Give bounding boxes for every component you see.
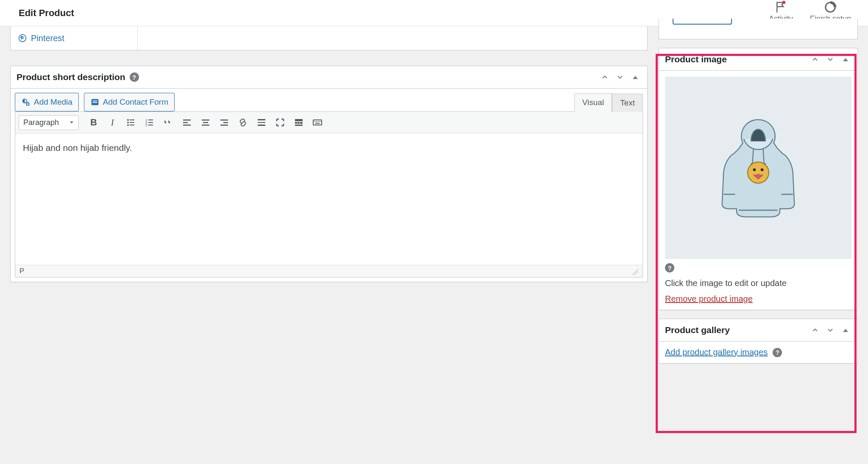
tinymce-toolbar: Paragraph B I 123 bbox=[15, 112, 643, 133]
chevron-down-icon bbox=[69, 120, 74, 125]
camera-icon bbox=[21, 97, 31, 107]
product-image-header[interactable]: Product image bbox=[659, 48, 857, 71]
main-content: Pinterest Product short description ? bbox=[0, 26, 868, 464]
svg-point-9 bbox=[127, 122, 129, 123]
svg-rect-22 bbox=[202, 119, 209, 121]
svg-rect-33 bbox=[298, 122, 300, 124]
move-up-button[interactable] bbox=[809, 53, 821, 65]
link-button[interactable] bbox=[235, 114, 251, 131]
svg-point-45 bbox=[753, 168, 756, 171]
svg-rect-8 bbox=[130, 119, 134, 120]
align-left-button[interactable] bbox=[179, 114, 195, 131]
svg-text:3: 3 bbox=[145, 123, 147, 127]
editor-text: Hijab and non hijab friendly. bbox=[23, 143, 132, 153]
svg-rect-38 bbox=[316, 121, 317, 122]
editor-breadcrumb: P bbox=[19, 267, 24, 275]
move-down-button[interactable] bbox=[824, 324, 836, 336]
progress-circle-icon bbox=[824, 1, 837, 14]
help-icon[interactable]: ? bbox=[665, 263, 674, 272]
svg-rect-35 bbox=[295, 125, 303, 126]
svg-rect-19 bbox=[183, 119, 191, 121]
product-image-caption: Click the image to edit or update bbox=[665, 278, 851, 288]
svg-rect-18 bbox=[148, 125, 153, 125]
tab-pinterest[interactable]: Pinterest bbox=[11, 26, 138, 50]
svg-rect-10 bbox=[130, 122, 134, 123]
help-icon[interactable]: ? bbox=[130, 72, 139, 82]
svg-rect-23 bbox=[203, 122, 208, 123]
product-gallery-title: Product gallery bbox=[665, 325, 730, 335]
readmore-button[interactable] bbox=[253, 114, 270, 131]
svg-rect-24 bbox=[202, 125, 209, 126]
svg-rect-27 bbox=[220, 125, 228, 126]
toggle-button[interactable] bbox=[840, 53, 851, 65]
partial-button-remnant[interactable] bbox=[673, 19, 732, 25]
add-contact-form-label: Add Contact Form bbox=[103, 97, 168, 107]
align-right-button[interactable] bbox=[216, 114, 232, 131]
product-image-thumbnail[interactable] bbox=[665, 77, 851, 259]
page-title: Edit Product bbox=[19, 8, 74, 19]
move-down-button[interactable] bbox=[824, 53, 836, 65]
hoodie-illustration bbox=[709, 115, 807, 221]
move-down-button[interactable] bbox=[614, 71, 626, 83]
add-media-button[interactable]: Add Media bbox=[15, 93, 79, 111]
keyboard-button[interactable] bbox=[309, 114, 326, 131]
editor-content-area[interactable]: Hijab and non hijab friendly. bbox=[15, 133, 643, 265]
fullscreen-button[interactable] bbox=[272, 114, 288, 131]
svg-rect-37 bbox=[314, 121, 315, 122]
add-gallery-images-link[interactable]: Add product gallery images bbox=[665, 347, 768, 357]
short-desc-title: Product short description bbox=[17, 72, 125, 82]
svg-point-47 bbox=[756, 174, 760, 180]
bold-button[interactable]: B bbox=[86, 114, 102, 131]
toolbar-toggle-button[interactable] bbox=[291, 114, 307, 131]
svg-rect-40 bbox=[320, 121, 320, 122]
editor-tab-text[interactable]: Text bbox=[612, 94, 643, 112]
svg-rect-21 bbox=[183, 125, 191, 126]
flag-icon bbox=[774, 1, 787, 14]
short-desc-header[interactable]: Product short description ? bbox=[11, 66, 647, 89]
svg-rect-5 bbox=[92, 100, 97, 101]
format-select[interactable]: Paragraph bbox=[19, 115, 79, 130]
product-image-title: Product image bbox=[665, 54, 727, 64]
move-up-button[interactable] bbox=[809, 324, 821, 336]
svg-rect-36 bbox=[313, 120, 322, 125]
svg-rect-26 bbox=[223, 122, 228, 123]
svg-rect-41 bbox=[315, 123, 320, 124]
blockquote-button[interactable] bbox=[160, 114, 176, 131]
resize-handle[interactable] bbox=[631, 267, 638, 275]
toggle-button[interactable] bbox=[840, 324, 851, 336]
italic-button[interactable]: I bbox=[104, 114, 120, 131]
svg-point-46 bbox=[761, 168, 764, 171]
form-icon bbox=[90, 97, 100, 107]
add-media-label: Add Media bbox=[34, 97, 72, 107]
help-icon[interactable]: ? bbox=[773, 348, 782, 357]
bullet-list-button[interactable] bbox=[123, 114, 139, 131]
svg-point-11 bbox=[127, 124, 129, 126]
svg-point-44 bbox=[748, 162, 769, 183]
move-up-button[interactable] bbox=[599, 71, 611, 83]
numbered-list-button[interactable]: 123 bbox=[142, 114, 158, 131]
remove-product-image-link[interactable]: Remove product image bbox=[665, 294, 753, 303]
metabox-short-description: Product short description ? Add Media bbox=[10, 66, 648, 282]
svg-rect-6 bbox=[92, 102, 97, 103]
add-contact-form-button[interactable]: Add Contact Form bbox=[84, 93, 175, 111]
svg-rect-14 bbox=[148, 119, 153, 120]
svg-rect-29 bbox=[258, 122, 265, 123]
align-center-button[interactable] bbox=[198, 114, 214, 131]
metabox-product-image: Product image bbox=[659, 48, 858, 310]
format-label: Paragraph bbox=[23, 118, 59, 127]
product-gallery-header[interactable]: Product gallery bbox=[659, 319, 857, 342]
svg-rect-16 bbox=[148, 122, 153, 123]
svg-rect-39 bbox=[318, 121, 319, 122]
svg-rect-31 bbox=[295, 119, 303, 121]
svg-point-7 bbox=[127, 119, 129, 121]
toggle-button[interactable] bbox=[629, 71, 641, 83]
svg-rect-30 bbox=[258, 125, 265, 126]
editor-tab-visual[interactable]: Visual bbox=[574, 93, 612, 112]
pinterest-icon bbox=[18, 34, 27, 42]
svg-point-0 bbox=[782, 1, 786, 4]
metabox-product-gallery: Product gallery Add product gallery imag… bbox=[659, 319, 858, 364]
svg-point-2 bbox=[19, 35, 26, 42]
svg-rect-12 bbox=[130, 125, 134, 125]
pinterest-label: Pinterest bbox=[31, 33, 64, 43]
svg-rect-28 bbox=[258, 119, 265, 120]
